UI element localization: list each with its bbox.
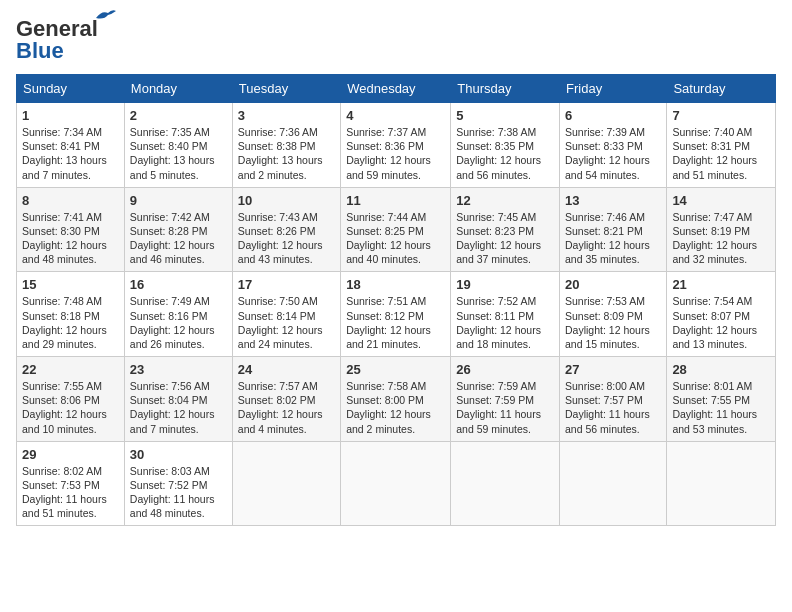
calendar-week-row: 1Sunrise: 7:34 AMSunset: 8:41 PMDaylight… (17, 103, 776, 188)
calendar-cell: 15Sunrise: 7:48 AMSunset: 8:18 PMDayligh… (17, 272, 125, 357)
day-number: 14 (672, 193, 770, 208)
calendar-cell: 5Sunrise: 7:38 AMSunset: 8:35 PMDaylight… (451, 103, 560, 188)
day-info: Sunrise: 7:46 AMSunset: 8:21 PMDaylight:… (565, 210, 661, 267)
calendar-week-row: 8Sunrise: 7:41 AMSunset: 8:30 PMDaylight… (17, 187, 776, 272)
day-info: Sunrise: 7:59 AMSunset: 7:59 PMDaylight:… (456, 379, 554, 436)
day-info: Sunrise: 7:34 AMSunset: 8:41 PMDaylight:… (22, 125, 119, 182)
day-info: Sunrise: 8:00 AMSunset: 7:57 PMDaylight:… (565, 379, 661, 436)
calendar-cell: 17Sunrise: 7:50 AMSunset: 8:14 PMDayligh… (232, 272, 340, 357)
day-info: Sunrise: 7:38 AMSunset: 8:35 PMDaylight:… (456, 125, 554, 182)
day-info: Sunrise: 7:35 AMSunset: 8:40 PMDaylight:… (130, 125, 227, 182)
day-number: 22 (22, 362, 119, 377)
day-number: 6 (565, 108, 661, 123)
calendar-cell: 19Sunrise: 7:52 AMSunset: 8:11 PMDayligh… (451, 272, 560, 357)
day-number: 20 (565, 277, 661, 292)
day-number: 9 (130, 193, 227, 208)
day-number: 4 (346, 108, 445, 123)
day-number: 11 (346, 193, 445, 208)
day-info: Sunrise: 7:58 AMSunset: 8:00 PMDaylight:… (346, 379, 445, 436)
day-number: 29 (22, 447, 119, 462)
day-info: Sunrise: 7:56 AMSunset: 8:04 PMDaylight:… (130, 379, 227, 436)
day-info: Sunrise: 7:57 AMSunset: 8:02 PMDaylight:… (238, 379, 335, 436)
column-header-sunday: Sunday (17, 75, 125, 103)
calendar-week-row: 22Sunrise: 7:55 AMSunset: 8:06 PMDayligh… (17, 357, 776, 442)
calendar-cell: 8Sunrise: 7:41 AMSunset: 8:30 PMDaylight… (17, 187, 125, 272)
calendar-cell: 26Sunrise: 7:59 AMSunset: 7:59 PMDayligh… (451, 357, 560, 442)
day-info: Sunrise: 7:45 AMSunset: 8:23 PMDaylight:… (456, 210, 554, 267)
day-number: 10 (238, 193, 335, 208)
day-info: Sunrise: 7:42 AMSunset: 8:28 PMDaylight:… (130, 210, 227, 267)
day-info: Sunrise: 7:52 AMSunset: 8:11 PMDaylight:… (456, 294, 554, 351)
calendar-cell (232, 441, 340, 526)
calendar-cell: 6Sunrise: 7:39 AMSunset: 8:33 PMDaylight… (560, 103, 667, 188)
day-number: 23 (130, 362, 227, 377)
day-number: 18 (346, 277, 445, 292)
day-info: Sunrise: 7:47 AMSunset: 8:19 PMDaylight:… (672, 210, 770, 267)
column-header-thursday: Thursday (451, 75, 560, 103)
column-header-tuesday: Tuesday (232, 75, 340, 103)
day-number: 1 (22, 108, 119, 123)
column-header-friday: Friday (560, 75, 667, 103)
calendar-cell: 14Sunrise: 7:47 AMSunset: 8:19 PMDayligh… (667, 187, 776, 272)
day-info: Sunrise: 7:43 AMSunset: 8:26 PMDaylight:… (238, 210, 335, 267)
calendar-cell: 13Sunrise: 7:46 AMSunset: 8:21 PMDayligh… (560, 187, 667, 272)
day-info: Sunrise: 7:50 AMSunset: 8:14 PMDaylight:… (238, 294, 335, 351)
day-number: 30 (130, 447, 227, 462)
day-info: Sunrise: 7:39 AMSunset: 8:33 PMDaylight:… (565, 125, 661, 182)
logo-general: General (16, 16, 98, 41)
day-number: 15 (22, 277, 119, 292)
calendar-cell: 16Sunrise: 7:49 AMSunset: 8:16 PMDayligh… (124, 272, 232, 357)
day-number: 21 (672, 277, 770, 292)
calendar-cell: 12Sunrise: 7:45 AMSunset: 8:23 PMDayligh… (451, 187, 560, 272)
calendar-cell: 30Sunrise: 8:03 AMSunset: 7:52 PMDayligh… (124, 441, 232, 526)
calendar-cell: 29Sunrise: 8:02 AMSunset: 7:53 PMDayligh… (17, 441, 125, 526)
day-info: Sunrise: 7:44 AMSunset: 8:25 PMDaylight:… (346, 210, 445, 267)
day-number: 5 (456, 108, 554, 123)
day-info: Sunrise: 7:41 AMSunset: 8:30 PMDaylight:… (22, 210, 119, 267)
column-header-monday: Monday (124, 75, 232, 103)
calendar-cell: 18Sunrise: 7:51 AMSunset: 8:12 PMDayligh… (341, 272, 451, 357)
day-info: Sunrise: 7:36 AMSunset: 8:38 PMDaylight:… (238, 125, 335, 182)
page-header: General Blue (16, 16, 776, 64)
day-info: Sunrise: 8:03 AMSunset: 7:52 PMDaylight:… (130, 464, 227, 521)
day-number: 3 (238, 108, 335, 123)
calendar-cell (560, 441, 667, 526)
calendar-cell: 22Sunrise: 7:55 AMSunset: 8:06 PMDayligh… (17, 357, 125, 442)
calendar-cell: 9Sunrise: 7:42 AMSunset: 8:28 PMDaylight… (124, 187, 232, 272)
calendar-cell: 3Sunrise: 7:36 AMSunset: 8:38 PMDaylight… (232, 103, 340, 188)
calendar-cell (451, 441, 560, 526)
day-info: Sunrise: 8:02 AMSunset: 7:53 PMDaylight:… (22, 464, 119, 521)
day-info: Sunrise: 7:49 AMSunset: 8:16 PMDaylight:… (130, 294, 227, 351)
day-number: 28 (672, 362, 770, 377)
day-number: 16 (130, 277, 227, 292)
day-number: 19 (456, 277, 554, 292)
day-number: 27 (565, 362, 661, 377)
day-info: Sunrise: 7:37 AMSunset: 8:36 PMDaylight:… (346, 125, 445, 182)
day-info: Sunrise: 7:40 AMSunset: 8:31 PMDaylight:… (672, 125, 770, 182)
calendar-header-row: SundayMondayTuesdayWednesdayThursdayFrid… (17, 75, 776, 103)
calendar-cell (341, 441, 451, 526)
logo: General Blue (16, 16, 98, 64)
day-info: Sunrise: 7:53 AMSunset: 8:09 PMDaylight:… (565, 294, 661, 351)
day-number: 13 (565, 193, 661, 208)
calendar-cell: 2Sunrise: 7:35 AMSunset: 8:40 PMDaylight… (124, 103, 232, 188)
calendar-cell: 24Sunrise: 7:57 AMSunset: 8:02 PMDayligh… (232, 357, 340, 442)
day-number: 26 (456, 362, 554, 377)
day-info: Sunrise: 8:01 AMSunset: 7:55 PMDaylight:… (672, 379, 770, 436)
day-number: 12 (456, 193, 554, 208)
calendar-cell: 28Sunrise: 8:01 AMSunset: 7:55 PMDayligh… (667, 357, 776, 442)
day-number: 7 (672, 108, 770, 123)
day-number: 24 (238, 362, 335, 377)
calendar-cell (667, 441, 776, 526)
calendar-cell: 27Sunrise: 8:00 AMSunset: 7:57 PMDayligh… (560, 357, 667, 442)
column-header-saturday: Saturday (667, 75, 776, 103)
day-info: Sunrise: 7:54 AMSunset: 8:07 PMDaylight:… (672, 294, 770, 351)
day-info: Sunrise: 7:48 AMSunset: 8:18 PMDaylight:… (22, 294, 119, 351)
calendar-week-row: 15Sunrise: 7:48 AMSunset: 8:18 PMDayligh… (17, 272, 776, 357)
calendar-cell: 25Sunrise: 7:58 AMSunset: 8:00 PMDayligh… (341, 357, 451, 442)
calendar-cell: 21Sunrise: 7:54 AMSunset: 8:07 PMDayligh… (667, 272, 776, 357)
calendar-cell: 7Sunrise: 7:40 AMSunset: 8:31 PMDaylight… (667, 103, 776, 188)
calendar-cell: 20Sunrise: 7:53 AMSunset: 8:09 PMDayligh… (560, 272, 667, 357)
day-info: Sunrise: 7:51 AMSunset: 8:12 PMDaylight:… (346, 294, 445, 351)
calendar-cell: 11Sunrise: 7:44 AMSunset: 8:25 PMDayligh… (341, 187, 451, 272)
